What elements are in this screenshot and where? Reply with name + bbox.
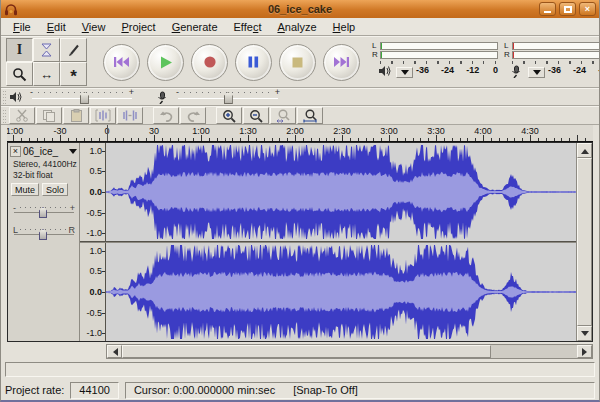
ruler-tick (381, 138, 382, 141)
ruler-tick (569, 138, 570, 141)
track-title[interactable]: 06_ice_ (23, 146, 67, 157)
horizontal-scroll-track[interactable] (491, 345, 577, 358)
draw-tool-icon (67, 43, 81, 57)
input-volume-slider[interactable]: -+ (176, 89, 280, 105)
project-rate-value[interactable]: 44100 (70, 382, 119, 399)
ruler-tick (91, 138, 92, 141)
fit-project-button[interactable] (297, 107, 323, 124)
multi-tool-button[interactable]: * (60, 62, 87, 86)
output-meter-dropdown-button[interactable] (396, 67, 413, 78)
undo-button[interactable] (153, 107, 179, 124)
ruler-tick (397, 138, 398, 141)
vruler-tick (102, 271, 105, 272)
pause-button[interactable] (235, 44, 272, 81)
vruler-label: -1.0 (86, 328, 102, 338)
scroll-left-button[interactable] (107, 345, 122, 358)
output-meter-scale-label: -36 (416, 65, 429, 75)
output-volume-slider[interactable]: -+ (30, 89, 134, 105)
output-meter-zero-line (381, 52, 382, 58)
zoom-tool-button[interactable] (6, 62, 33, 86)
horizontal-scroll-thumb[interactable] (122, 345, 491, 358)
scroll-down-button[interactable] (577, 326, 592, 341)
ruler-tick (193, 138, 194, 141)
stop-button[interactable] (279, 44, 316, 81)
horizontal-scrollbar[interactable] (106, 344, 593, 359)
title-bar[interactable]: 06_ice_cake × (1, 0, 599, 18)
track-close-button[interactable]: × (10, 146, 21, 157)
play-button[interactable] (147, 44, 184, 81)
draw-tool-button[interactable] (60, 38, 87, 62)
envelope-tool-button[interactable] (33, 38, 60, 62)
output-meter-channel-label: R (372, 51, 380, 59)
menu-generate[interactable]: Generate (164, 19, 226, 35)
input-meter[interactable]: LR-36-24-120 (504, 42, 600, 83)
minimize-button[interactable] (539, 2, 556, 16)
toolbar-grip[interactable] (2, 108, 7, 123)
vertical-scrollbar[interactable] (576, 143, 592, 341)
scroll-up-button[interactable] (577, 143, 592, 158)
menu-view[interactable]: View (74, 19, 114, 35)
ruler-tick (68, 138, 69, 141)
paste-button[interactable] (63, 107, 89, 124)
fit-selection-button[interactable] (270, 107, 296, 124)
waveform-right[interactable] (106, 243, 576, 341)
edit-toolbar (1, 106, 599, 125)
menu-help[interactable]: Help (325, 19, 364, 35)
skip-to-start-button[interactable] (103, 44, 140, 81)
ruler-tick (178, 138, 179, 141)
close-button[interactable]: × (579, 2, 596, 16)
input-volume-slider-min-label: - (176, 87, 179, 97)
ruler-tick (334, 138, 335, 141)
silence-button[interactable] (117, 107, 143, 124)
ruler-tick (256, 138, 257, 141)
vruler-label: 0.0 (89, 287, 102, 297)
ruler-tick (154, 135, 155, 141)
vertical-scroll-thumb[interactable] (577, 158, 592, 326)
output-meter-ticks (380, 61, 496, 64)
ruler-tick (428, 138, 429, 141)
menu-analyze[interactable]: Analyze (269, 19, 324, 35)
skip-to-start-icon (113, 54, 130, 70)
copy-button[interactable] (36, 107, 62, 124)
track-menu-dropdown-icon[interactable] (69, 149, 77, 158)
output-volume-slider-thumb[interactable] (80, 92, 89, 104)
waveform-left[interactable] (106, 143, 576, 241)
maximize-button[interactable] (559, 2, 576, 16)
timeshift-tool-button[interactable]: ↔ (33, 62, 60, 86)
menu-effect[interactable]: Effect (226, 19, 270, 35)
redo-button[interactable] (180, 107, 206, 124)
zoom-in-button[interactable] (216, 107, 242, 124)
mute-button[interactable]: Mute (11, 183, 39, 196)
pan-slider-thumb[interactable] (39, 229, 47, 240)
menu-project[interactable]: Project (113, 19, 163, 35)
selection-tool-button[interactable]: I (6, 38, 33, 62)
vruler-label: -0.5 (86, 308, 102, 318)
solo-button[interactable]: Solo (42, 183, 68, 196)
gain-slider-thumb[interactable] (39, 207, 47, 218)
ruler-tick (99, 138, 100, 141)
cut-button[interactable] (9, 107, 35, 124)
input-volume-slider-thumb[interactable] (224, 92, 233, 104)
toolbar-grip[interactable] (2, 90, 7, 104)
skip-to-end-button[interactable] (323, 44, 360, 81)
zoom-out-button[interactable] (243, 107, 269, 124)
timeline-ruler[interactable]: -1:00-300301:001:302:002:303:003:304:004… (7, 125, 593, 142)
pan-slider[interactable]: L R (13, 225, 75, 240)
gain-slider[interactable]: - + (13, 203, 75, 218)
tools-toolbar: I↔* (6, 38, 87, 86)
arrow-down-icon (581, 331, 589, 340)
ruler-tick (436, 135, 437, 141)
output-meter[interactable]: LR-36-24-120 (372, 42, 498, 83)
trim-button[interactable] (90, 107, 116, 124)
menu-file[interactable]: File (5, 19, 39, 35)
ruler-tick (467, 138, 468, 141)
ruler-tick (514, 138, 515, 141)
track-region: × 06_ice_ Stereo, 44100Hz 32-bit float M… (7, 142, 593, 342)
scroll-right-button[interactable] (577, 345, 592, 358)
output-meter-channel-label: L (372, 42, 380, 50)
record-button[interactable] (191, 44, 228, 81)
input-meter-dropdown-button[interactable] (528, 67, 545, 78)
ruler-tick (37, 138, 38, 141)
copy-icon (42, 109, 56, 122)
menu-edit[interactable]: Edit (39, 19, 74, 35)
